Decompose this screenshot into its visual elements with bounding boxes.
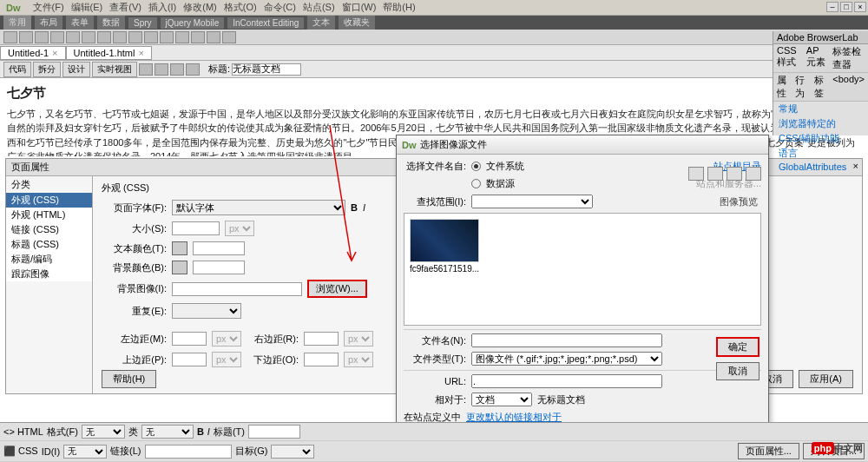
help-button[interactable]: 帮助(H) — [102, 370, 156, 388]
up-icon[interactable] — [707, 167, 723, 181]
ok-button[interactable]: 确定 — [716, 337, 760, 357]
target-select[interactable] — [271, 445, 314, 459]
viewmode-icon[interactable] — [746, 167, 761, 181]
tool-icon[interactable] — [155, 63, 168, 76]
newfolder-icon[interactable] — [727, 167, 742, 181]
tool-icon[interactable] — [139, 63, 153, 76]
menu-site[interactable]: 站点(S) — [300, 1, 338, 14]
cat-headings-css[interactable]: 标题 (CSS) — [6, 237, 92, 252]
filename-input[interactable] — [471, 333, 662, 347]
mt-input[interactable] — [172, 353, 207, 366]
lookin-select[interactable] — [471, 195, 593, 208]
unit[interactable]: px — [212, 331, 241, 346]
tool-icon[interactable] — [35, 31, 49, 43]
tool-icon[interactable] — [3, 31, 17, 43]
tool-icon[interactable] — [175, 31, 189, 43]
pageprops-button[interactable]: 页面属性... — [738, 443, 799, 459]
menu-help[interactable]: 帮助(H) — [380, 1, 418, 14]
tool-icon[interactable] — [144, 31, 158, 43]
menu-window[interactable]: 窗口(W) — [339, 1, 379, 14]
tab-common[interactable]: 常用 — [3, 16, 31, 30]
design-view[interactable]: 设计 — [62, 62, 90, 77]
css-tab[interactable]: ⬛ CSS — [3, 446, 38, 457]
win-close[interactable]: × — [854, 2, 866, 12]
cat-appearance-css[interactable]: 外观 (CSS) — [6, 193, 92, 208]
tab-fav[interactable]: 收藏夹 — [339, 16, 375, 30]
italic-icon[interactable]: I — [363, 202, 365, 213]
tab-layout[interactable]: 布局 — [35, 16, 62, 30]
size-unit[interactable]: px — [225, 221, 254, 236]
id-select[interactable]: 无 — [63, 445, 107, 459]
font-select[interactable]: 默认字体 — [172, 200, 345, 215]
tool-icon[interactable] — [160, 31, 174, 43]
cat-global[interactable]: GlobalAttributes — [773, 161, 868, 173]
split-view[interactable]: 拆分 — [33, 62, 61, 77]
url-input[interactable] — [471, 374, 662, 388]
win-max[interactable]: □ — [840, 2, 852, 12]
tab-forms[interactable]: 表单 — [66, 16, 94, 30]
doc-tab-1[interactable]: Untitled-1× — [0, 46, 66, 60]
tool-icon[interactable] — [19, 31, 33, 43]
menu-view[interactable]: 查看(V) — [107, 1, 144, 14]
bold-icon[interactable]: B — [351, 202, 358, 213]
tab-incontext[interactable]: InContext Editing — [227, 17, 304, 29]
tool-icon[interactable] — [128, 31, 142, 43]
cat-css[interactable]: CSS/辅助功能 — [773, 131, 868, 146]
ml-input[interactable] — [172, 332, 207, 346]
code-view[interactable]: 代码 — [3, 62, 31, 77]
cat-appearance-html[interactable]: 外观 (HTML) — [6, 208, 92, 222]
rel-select[interactable]: 文档 — [471, 393, 532, 406]
cat-browser[interactable]: 浏览器特定的 — [773, 116, 868, 131]
tool-icon[interactable] — [50, 31, 64, 43]
file-thumbnail[interactable]: fc9fae56171519... — [410, 219, 488, 274]
doc-tab-2[interactable]: Untitled-1.html× — [66, 46, 152, 60]
fmt-select[interactable]: 无 — [82, 425, 125, 439]
tab-jquery[interactable]: jQuery Mobile — [161, 17, 225, 29]
size-input[interactable] — [172, 221, 220, 235]
tab-text[interactable]: 文本 — [307, 16, 335, 30]
cat-lang[interactable]: 语言 — [773, 146, 868, 161]
mr-input[interactable] — [304, 332, 339, 346]
tool-icon[interactable] — [82, 31, 95, 43]
tool-icon[interactable] — [186, 63, 200, 76]
tool-icon[interactable] — [170, 63, 184, 76]
tag-tab[interactable]: 标签检查器 — [832, 45, 865, 71]
menu-insert[interactable]: 插入(I) — [146, 1, 179, 14]
close-icon[interactable]: × — [138, 48, 143, 58]
back-icon[interactable] — [688, 167, 704, 181]
bold-icon[interactable]: B — [197, 426, 204, 437]
css-tab[interactable]: CSS样式 — [777, 45, 803, 71]
menu-commands[interactable]: 命令(C) — [261, 1, 299, 14]
tool-icon[interactable] — [113, 31, 127, 43]
repeat-select[interactable] — [172, 303, 241, 319]
tab-data[interactable]: 数据 — [97, 16, 125, 30]
browserlab-tab[interactable]: Adobe BrowserLab — [773, 31, 868, 44]
live-view[interactable]: 实时视图 — [92, 62, 137, 77]
cancel-button[interactable]: 取消 — [716, 362, 760, 380]
win-min[interactable]: – — [826, 2, 838, 12]
menu-edit[interactable]: 编辑(E) — [69, 1, 106, 14]
unit[interactable]: px — [344, 331, 373, 346]
color-swatch[interactable] — [172, 241, 187, 255]
mb-input[interactable] — [304, 353, 339, 366]
attr-tab[interactable]: 属性 — [777, 74, 792, 100]
tool-icon[interactable] — [66, 31, 80, 43]
tool-icon[interactable] — [97, 31, 111, 43]
title-input[interactable] — [232, 63, 301, 76]
unit[interactable]: px — [212, 352, 241, 367]
radio-datasource[interactable] — [471, 179, 481, 188]
radio-filesystem[interactable] — [471, 162, 481, 171]
html-tab[interactable]: <> HTML — [3, 426, 43, 437]
class-select[interactable]: 无 — [141, 425, 194, 439]
tool-icon[interactable] — [191, 31, 205, 43]
browse-button[interactable]: 浏览(W)... — [307, 280, 367, 298]
color-swatch[interactable] — [172, 261, 187, 274]
link-input[interactable] — [145, 445, 232, 459]
bgimg-input[interactable] — [172, 282, 302, 296]
menu-format[interactable]: 格式(O) — [221, 1, 260, 14]
ap-tab[interactable]: AP 元素 — [806, 45, 829, 71]
close-icon[interactable]: × — [52, 48, 57, 58]
bgcolor-input[interactable] — [193, 261, 245, 274]
textcolor-input[interactable] — [193, 241, 245, 255]
apply-button[interactable]: 应用(A) — [799, 370, 853, 388]
